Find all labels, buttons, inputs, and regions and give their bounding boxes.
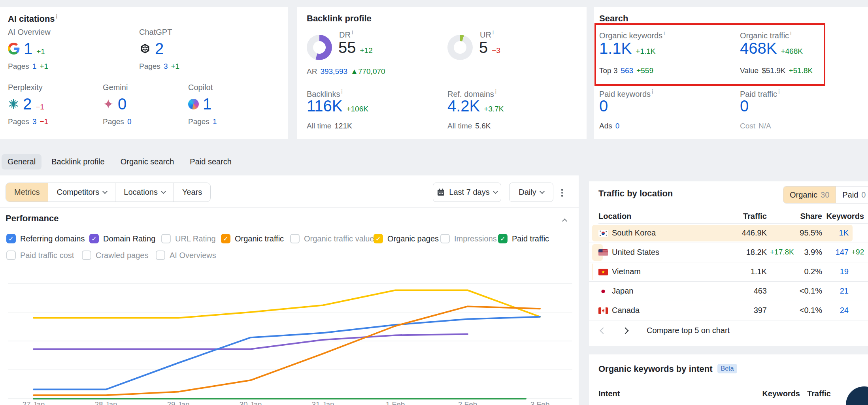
checkbox-paid-traffic[interactable]: Paid traffic: [498, 234, 549, 243]
ur-value: 5: [479, 39, 488, 56]
pages-count[interactable]: 0: [127, 117, 132, 126]
metrics-filter-button[interactable]: Metrics: [6, 183, 48, 202]
date-range-button[interactable]: Last 7 days: [433, 183, 501, 202]
checkbox-impressions[interactable]: Impressions: [440, 234, 497, 243]
more-options-kebab-button[interactable]: [558, 187, 566, 198]
info-icon[interactable]: i: [495, 89, 496, 95]
site-overview-page: AI citationsi AI Overview 1 +1 Pages1+1 …: [0, 0, 868, 405]
column-header-intent: Intent: [598, 389, 620, 398]
perplexity-count[interactable]: 2: [23, 95, 32, 113]
location-name[interactable]: Japan: [612, 286, 634, 296]
svg-text:27 Jan: 27 Jan: [22, 400, 45, 405]
checkbox-url-rating[interactable]: URL Rating: [161, 234, 216, 243]
ref-domains-alltime: 5.6K: [475, 122, 491, 130]
checkbox-label: URL Rating: [175, 234, 216, 243]
pagination-next-icon[interactable]: [622, 328, 629, 334]
keywords-by-intent-card: Organic keywords by intentBeta Intent Ke…: [589, 354, 868, 405]
checkbox-label: Crawled pages: [96, 251, 148, 260]
pages-label: Pages: [188, 117, 209, 126]
organic-keywords-delta: +1.1K: [636, 47, 655, 56]
top3-value[interactable]: 563: [621, 66, 633, 75]
checkbox-ai-overviews[interactable]: AI Overviews: [156, 251, 216, 260]
info-icon[interactable]: i: [56, 13, 58, 20]
pages-count[interactable]: 1: [32, 62, 37, 71]
top3-label: Top 3: [599, 66, 617, 75]
info-icon[interactable]: i: [341, 89, 342, 95]
column-header-keywords[interactable]: Keywords: [826, 212, 864, 221]
info-icon[interactable]: i: [352, 29, 353, 36]
checkbox-paid-traffic-cost[interactable]: Paid traffic cost: [6, 251, 74, 260]
keywords-value[interactable]: 147: [836, 248, 849, 257]
checkbox-domain-rating[interactable]: Domain Rating: [89, 234, 155, 243]
pages-count[interactable]: 3: [32, 117, 37, 126]
gemini-count[interactable]: 0: [118, 95, 126, 113]
table-row-south-korea[interactable]: South Korea 446.9K 95.5% 1K: [589, 224, 868, 243]
keywords-by-intent-header: Organic keywords by intentBeta: [598, 364, 737, 374]
copilot-count[interactable]: 1: [203, 95, 211, 113]
locations-filter-button[interactable]: Locations: [115, 183, 174, 202]
calendar-icon: [437, 188, 445, 196]
ar-value[interactable]: 393,593: [320, 67, 347, 76]
keywords-value[interactable]: 24: [840, 306, 849, 315]
info-icon[interactable]: i: [778, 89, 779, 95]
years-filter-button[interactable]: Years: [174, 183, 210, 202]
table-row-japan[interactable]: Japan 463 <0.1% 21: [589, 282, 868, 301]
checkbox-label: Organic pages: [387, 234, 439, 243]
pages-count[interactable]: 1: [213, 117, 217, 126]
info-icon[interactable]: i: [664, 30, 665, 36]
organic-keywords-value[interactable]: 1.1K: [599, 40, 632, 57]
table-row-vietnam[interactable]: Vietnam 1.1K 0.2% 19: [589, 262, 868, 282]
location-name[interactable]: South Korea: [612, 228, 656, 237]
table-row-united-states[interactable]: United States 18.2K +17.8K 3.9% 147 +92: [589, 243, 868, 262]
paid-traffic-value[interactable]: 0: [740, 97, 749, 115]
checkbox-label: Paid traffic: [512, 234, 549, 243]
checkbox-crawled-pages[interactable]: Crawled pages: [82, 251, 148, 260]
pagination-prev-icon[interactable]: [600, 328, 607, 334]
tab-backlink-profile[interactable]: Backlink profile: [45, 154, 111, 170]
pages-label: Pages: [139, 62, 160, 71]
location-name[interactable]: Canada: [612, 306, 640, 315]
ref-domains-value[interactable]: 4.2K: [447, 97, 480, 115]
ads-value[interactable]: 0: [615, 122, 620, 130]
collapse-chevron-up-icon[interactable]: [562, 219, 567, 224]
backlinks-value[interactable]: 116K: [307, 97, 342, 115]
checkbox-organic-traffic-value[interactable]: Organic traffic value: [290, 234, 374, 243]
organic-traffic-value[interactable]: 468K: [740, 40, 777, 57]
pages-label: Pages: [103, 117, 124, 126]
keywords-value[interactable]: 1K: [839, 228, 849, 237]
checkbox-box: [161, 234, 171, 243]
table-row-canada[interactable]: Canada 397 <0.1% 24: [589, 301, 868, 320]
info-icon[interactable]: i: [652, 89, 653, 95]
ur-label: URi: [480, 29, 494, 40]
checkbox-organic-pages[interactable]: Organic pages: [374, 234, 439, 243]
tab-general[interactable]: General: [2, 154, 42, 170]
checkbox-label: Impressions: [454, 234, 497, 243]
column-header-traffic[interactable]: Traffic: [743, 212, 767, 221]
pages-count[interactable]: 3: [164, 62, 168, 71]
info-icon[interactable]: i: [492, 29, 494, 36]
info-icon[interactable]: i: [790, 30, 791, 36]
toggle-organic[interactable]: Organic30: [783, 186, 836, 203]
location-name[interactable]: United States: [612, 248, 659, 257]
ar-label: AR: [307, 67, 317, 76]
column-header-share[interactable]: Share: [800, 212, 822, 221]
keywords-value[interactable]: 19: [840, 267, 849, 276]
column-header-location[interactable]: Location: [598, 212, 631, 221]
svg-text:3 Feb: 3 Feb: [530, 400, 550, 405]
checkbox-referring-domains[interactable]: Referring domains: [6, 234, 85, 243]
perplexity-icon: [8, 98, 19, 109]
performance-chart[interactable]: 27 Jan28 Jan29 Jan30 Jan31 Jan1 Feb2 Feb…: [0, 269, 579, 405]
ai-overview-count[interactable]: 1: [24, 40, 32, 57]
keywords-value[interactable]: 21: [840, 286, 849, 296]
location-name[interactable]: Vietnam: [612, 267, 641, 276]
checkbox-organic-traffic[interactable]: Organic traffic: [221, 234, 284, 243]
competitors-filter-button[interactable]: Competitors: [48, 183, 115, 202]
tab-paid-search[interactable]: Paid search: [184, 154, 238, 170]
paid-keywords-value[interactable]: 0: [599, 97, 608, 115]
toggle-paid[interactable]: Paid0: [836, 186, 868, 203]
granularity-button[interactable]: Daily: [509, 183, 553, 202]
tab-organic-search[interactable]: Organic search: [115, 154, 180, 170]
traffic-value: 397: [754, 306, 767, 315]
chatgpt-count[interactable]: 2: [155, 40, 164, 57]
compare-top5-link[interactable]: Compare top 5 on chart: [647, 326, 730, 335]
